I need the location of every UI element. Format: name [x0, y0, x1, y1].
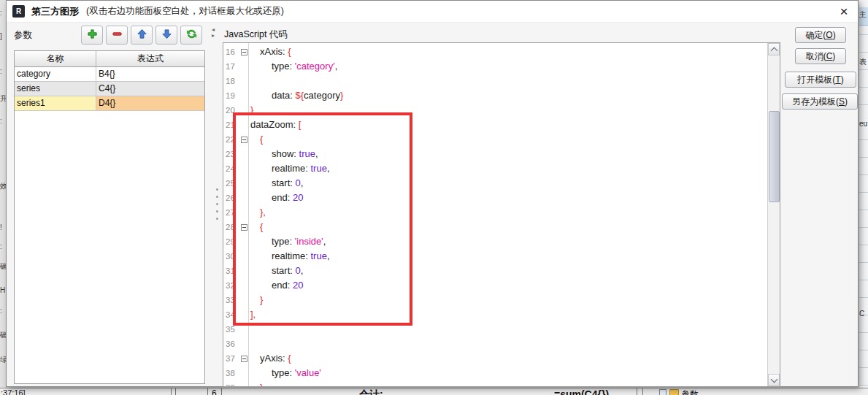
cancel-button[interactable]: 取消(C): [795, 48, 846, 64]
arrow-down-icon: [161, 28, 172, 42]
param-name-cell[interactable]: series1: [15, 96, 96, 110]
code-text: yAxis: {: [258, 351, 291, 366]
code-text: type: 'inside',: [270, 234, 326, 249]
code-line-25[interactable]: 25start: 0,: [223, 176, 767, 191]
line-number: 32: [223, 278, 249, 293]
background-text-fragment: :: [0, 117, 6, 125]
code-line-36[interactable]: 36: [223, 337, 767, 351]
chevron-right-icon: ▸: [212, 33, 215, 39]
background-right-strip: 主表euC: [859, 0, 868, 395]
code-line-31[interactable]: 31start: 0,: [223, 264, 767, 278]
code-line-18[interactable]: 18: [223, 74, 767, 88]
line-number: 29: [223, 234, 249, 249]
code-text: [249, 337, 250, 351]
line-number: 30: [223, 249, 249, 264]
code-line-39[interactable]: 39}: [223, 380, 767, 387]
line-number: 35: [223, 322, 249, 337]
code-line-27[interactable]: 27},: [223, 205, 767, 220]
close-icon[interactable]: ×: [836, 4, 852, 20]
move-up-button[interactable]: [131, 26, 153, 45]
code-text: realtime: true,: [270, 161, 330, 176]
code-text: {: [258, 220, 263, 234]
code-line-20[interactable]: 20}: [223, 103, 767, 118]
code-line-22[interactable]: 22{: [223, 132, 767, 147]
save-as-template-button[interactable]: 另存为模板(S): [782, 93, 858, 110]
grid-border: [171, 388, 172, 395]
line-number: 27: [223, 205, 249, 220]
fold-collapse-icon[interactable]: [241, 224, 247, 231]
code-line-16[interactable]: 16xAxis: {: [223, 45, 767, 59]
background-text-fragment: :: [0, 242, 6, 250]
param-expression-cell[interactable]: B4{}: [96, 67, 204, 81]
line-number: 34: [223, 307, 249, 322]
line-number: 24: [223, 161, 249, 176]
refresh-button[interactable]: [180, 26, 202, 45]
code-line-37[interactable]: 37yAxis: {: [223, 351, 767, 366]
code-line-28[interactable]: 28{: [223, 220, 767, 234]
third-party-chart-dialog: R 第三方图形 (双击右边功能面板空白处，对话框最大化或还原) × 参数 ◂ ▸…: [6, 0, 859, 387]
param-row-category[interactable]: categoryB4{}: [15, 67, 204, 82]
code-line-29[interactable]: 29type: 'inside',: [223, 234, 767, 249]
code-line-26[interactable]: 26end: 20: [223, 191, 767, 205]
code-line-38[interactable]: 38type: 'value': [223, 366, 767, 380]
code-line-34[interactable]: 34],: [223, 307, 767, 322]
background-text-fragment: :: [0, 67, 6, 75]
chevron-down-icon: [771, 376, 778, 383]
background-text-fragment: 确: [0, 261, 6, 272]
line-number: 21: [223, 118, 249, 132]
code-text: ],: [249, 307, 256, 322]
refresh-icon: [186, 28, 197, 42]
line-number: 20: [223, 103, 249, 118]
params-panel-label: 参数: [14, 29, 32, 42]
params-table-body: categoryB4{}seriesC4{}series1D4{}: [15, 67, 204, 111]
line-number: 37: [223, 351, 249, 366]
code-text: end: 20: [270, 278, 303, 293]
panel-splitter[interactable]: [216, 185, 218, 222]
scroll-up-button[interactable]: [768, 43, 780, 55]
scrollbar-thumb[interactable]: [769, 111, 780, 202]
open-template-button[interactable]: 打开模板(T): [785, 72, 856, 88]
code-line-30[interactable]: 30realtime: true,: [223, 249, 767, 264]
param-expression-cell[interactable]: D4{}: [96, 96, 204, 110]
code-line-33[interactable]: 33}: [223, 293, 767, 307]
param-name-cell[interactable]: series: [15, 82, 96, 96]
code-line-35[interactable]: 35: [223, 322, 767, 337]
param-row-series[interactable]: seriesC4{}: [15, 82, 204, 96]
param-row-series1[interactable]: series1D4{}: [15, 96, 204, 111]
line-number: 18: [223, 74, 249, 88]
param-expression-cell[interactable]: C4{}: [96, 82, 204, 96]
editor-vertical-scrollbar[interactable]: [767, 43, 780, 386]
code-line-17[interactable]: 17type: 'category',: [223, 59, 767, 74]
background-text-fragment: !: [0, 223, 6, 231]
background-text-fragment: eu: [859, 120, 868, 128]
line-number: 17: [223, 59, 249, 74]
splitter-collapse-handle[interactable]: ◂ ▸: [212, 27, 215, 39]
background-col-letter: 6: [212, 388, 217, 395]
code-line-32[interactable]: 32end: 20: [223, 278, 767, 293]
arrow-up-icon: [137, 28, 147, 42]
background-text-fragment: 确: [0, 330, 6, 340]
add-button[interactable]: [81, 26, 103, 45]
code-text: },: [258, 205, 266, 220]
code-line-21[interactable]: 21dataZoom: [: [223, 118, 767, 132]
fold-collapse-icon[interactable]: [241, 137, 247, 143]
code-line-19[interactable]: 19data: ${category}: [223, 88, 767, 103]
background-bottom-strip: :37:16] 6 合计: =sum(C4{}) 参数: [0, 388, 868, 395]
scroll-down-button[interactable]: [768, 374, 780, 386]
fold-collapse-icon[interactable]: [241, 49, 247, 55]
background-text-fragment: H: [0, 286, 6, 294]
param-name-cell[interactable]: category: [15, 67, 96, 81]
code-line-24[interactable]: 24realtime: true,: [223, 161, 767, 176]
remove-button[interactable]: [106, 26, 128, 45]
ok-button[interactable]: 确定(O): [795, 27, 846, 43]
javascript-code-editor[interactable]: 16xAxis: {17type: 'category',1819data: $…: [223, 42, 780, 387]
code-line-23[interactable]: 23show: true,: [223, 147, 767, 161]
line-number: 25: [223, 176, 249, 191]
fold-collapse-icon[interactable]: [241, 356, 247, 362]
code-text: type: 'value': [270, 366, 321, 380]
move-down-button[interactable]: [155, 26, 177, 45]
code-panel-label: JavaScript 代码: [224, 28, 288, 41]
background-text-fragment: 表: [859, 57, 868, 67]
chevron-up-icon: [771, 47, 778, 55]
dialog-titlebar[interactable]: R 第三方图形 (双击右边功能面板空白处，对话框最大化或还原) ×: [7, 1, 858, 23]
